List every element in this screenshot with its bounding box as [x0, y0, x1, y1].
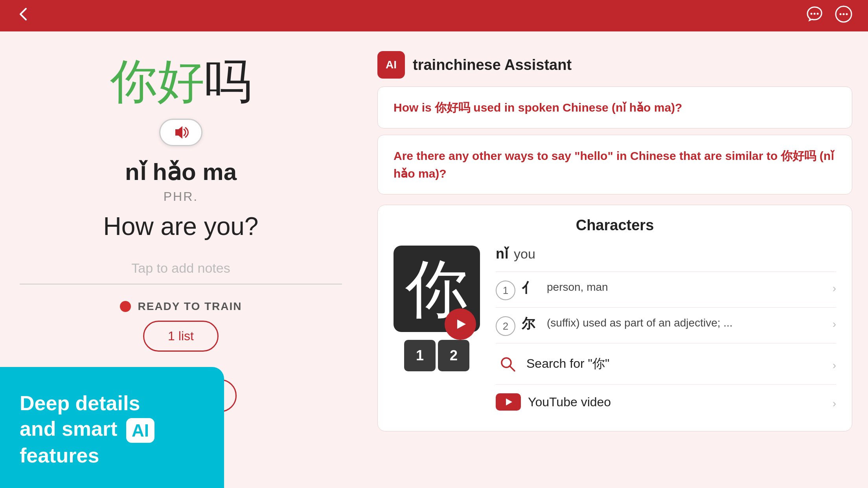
main-container: 你好吗 nǐ hǎo ma PHR. How are you? Tap to a… [0, 31, 868, 488]
promo-banner: Deep details and smart AI features [0, 367, 224, 488]
chinese-title: 你好吗 [110, 55, 252, 107]
ai-question-2-text: Are there any other ways to say "hello" … [394, 147, 836, 182]
svg-point-2 [817, 13, 819, 15]
notes-area[interactable]: Tap to add notes [20, 261, 342, 284]
promo-line3: features [20, 444, 99, 467]
translation: How are you? [103, 212, 259, 241]
svg-point-5 [843, 13, 845, 15]
radical-item-1[interactable]: 1 亻 person, man › [496, 272, 836, 307]
back-button[interactable] [16, 6, 31, 26]
radical-num-1: 1 [496, 281, 515, 300]
stroke-1[interactable]: 1 [404, 340, 436, 371]
svg-marker-7 [175, 126, 182, 139]
ai-question-2[interactable]: Are there any other ways to say "hello" … [377, 135, 852, 194]
left-panel: 你好吗 nǐ hǎo ma PHR. How are you? Tap to a… [0, 31, 362, 488]
char-meaning: you [514, 246, 535, 262]
radical-char-2: 尔 [522, 315, 541, 333]
characters-title: Characters [394, 217, 836, 234]
header-icons [806, 6, 852, 26]
char-right: nǐ you 1 亻 person, man › 2 尔 (suffix [496, 246, 836, 419]
radical-desc-1: person, man [547, 279, 829, 295]
youtube-row[interactable]: YouTube video › [496, 384, 836, 419]
ai-question-1-text: How is 你好吗 used in spoken Chinese (nǐ hǎ… [394, 99, 836, 116]
radical-num-2: 2 [496, 316, 515, 336]
app-header [0, 0, 868, 31]
radical-char-1: 亻 [522, 279, 541, 297]
promo-line1: Deep details [20, 392, 140, 415]
promo-text: Deep details and smart AI features [20, 391, 204, 468]
radical-desc-2: (suffix) used as part of an adjective; .… [547, 315, 829, 331]
chinese-black-chars: 吗 [204, 55, 252, 107]
search-arrow: › [833, 359, 836, 372]
right-panel: AI trainchinese Assistant How is 你好吗 use… [362, 31, 868, 488]
char-content: 你 1 2 nǐ [394, 246, 836, 419]
list-button[interactable]: 1 list [143, 321, 219, 352]
search-row[interactable]: Search for "你" › [496, 343, 836, 384]
search-text: Search for "你" [526, 355, 829, 372]
sound-button[interactable] [159, 119, 202, 146]
more-icon[interactable] [835, 6, 852, 26]
char-left: 你 1 2 [394, 246, 480, 371]
svg-point-1 [814, 13, 816, 15]
promo-line2: and smart [20, 417, 118, 440]
ai-icon: AI [377, 51, 405, 79]
chinese-green-chars: 你好 [110, 55, 204, 107]
char-box: 你 [394, 246, 480, 332]
radical-item-2[interactable]: 2 尔 (suffix) used as part of an adjectiv… [496, 307, 836, 343]
svg-point-6 [846, 13, 848, 15]
ai-title: trainchinese Assistant [413, 57, 572, 73]
ready-row: READY TO TRAIN [120, 300, 242, 313]
svg-marker-8 [457, 319, 466, 329]
radical-arrow-2: › [833, 318, 836, 330]
youtube-text: YouTube video [528, 395, 829, 409]
pinyin: nǐ hǎo ma [125, 158, 237, 185]
ai-assistant-header: AI trainchinese Assistant [377, 43, 852, 86]
char-stroke-nums: 1 2 [404, 340, 469, 371]
search-icon [496, 352, 519, 376]
stroke-2[interactable]: 2 [438, 340, 469, 371]
ai-question-1[interactable]: How is 你好吗 used in spoken Chinese (nǐ hǎ… [377, 86, 852, 128]
ai-badge: AI [126, 418, 154, 443]
char-pinyin: nǐ [496, 246, 508, 262]
char-play-button[interactable] [445, 308, 476, 340]
radical-arrow-1: › [833, 282, 836, 295]
ready-dot [120, 301, 131, 312]
svg-point-0 [811, 13, 813, 15]
svg-line-10 [510, 366, 515, 371]
youtube-arrow: › [833, 397, 836, 410]
ready-label: READY TO TRAIN [138, 300, 242, 313]
youtube-icon [496, 393, 521, 411]
chat-icon[interactable] [806, 6, 823, 26]
svg-point-4 [840, 13, 842, 15]
characters-section: Characters 你 1 2 [377, 205, 852, 431]
svg-marker-11 [506, 398, 512, 405]
part-of-speech: PHR. [164, 189, 198, 204]
char-name-row: nǐ you [496, 246, 836, 262]
notes-placeholder: Tap to add notes [131, 261, 230, 275]
